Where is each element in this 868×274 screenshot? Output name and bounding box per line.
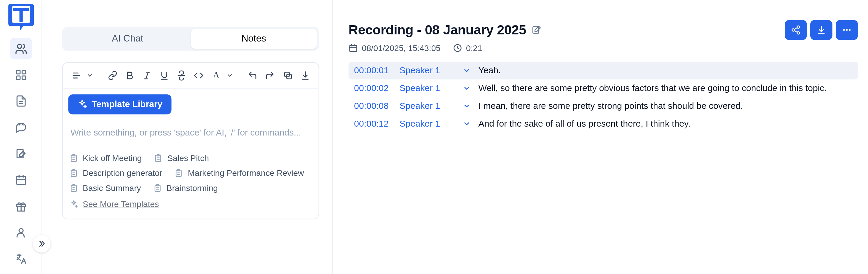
transcript-timestamp[interactable]: 00:00:12 [354,119,394,129]
transcript-text: I mean, there are some pretty strong poi… [478,101,852,111]
sidebar-item-document[interactable] [10,90,32,112]
svg-line-54 [795,28,798,29]
sidebar-item-chat[interactable] [10,117,32,139]
tab-notes[interactable]: Notes [191,29,317,49]
link-button[interactable] [105,67,121,84]
svg-rect-2 [16,70,20,74]
sidebar-item-translate[interactable] [10,248,32,270]
text-color-chevron-icon[interactable] [224,67,235,84]
transcript-line[interactable]: 00:00:01Speaker 1Yeah. [349,62,858,80]
app-logo [7,3,34,30]
download-notes-button[interactable] [297,67,313,84]
template-chip-label: Description generator [83,168,162,178]
svg-rect-5 [22,76,26,80]
paragraph-style-button[interactable] [68,67,85,84]
svg-point-58 [849,29,851,31]
transcript-line[interactable]: 00:00:08Speaker 1I mean, there are some … [349,97,858,115]
svg-line-55 [795,31,798,32]
template-library-label: Template Library [92,99,162,110]
more-actions-button[interactable] [836,20,858,40]
editor-body[interactable]: Template Library Write something, or pre… [63,89,319,218]
transcript-timestamp[interactable]: 00:00:01 [354,65,394,75]
notes-editor: A Template Library Write something, or p… [62,62,319,219]
template-library-button[interactable]: Template Library [68,94,172,114]
template-chip[interactable]: Sales Pitch [154,153,209,163]
transcript-timestamp[interactable]: 00:00:08 [354,101,394,111]
tab-ai-chat[interactable]: AI Chat [64,29,191,49]
clock-icon [453,43,462,53]
undo-button[interactable] [244,67,260,84]
template-chip-label: Marketing Performance Review [188,168,304,178]
speaker-chevron-icon[interactable] [461,85,473,92]
edit-title-button[interactable] [532,25,542,35]
transcript-panel: Recording - 08 January 2025 08/01/2025, … [333,0,868,274]
recording-datetime: 08/01/2025, 15:43:05 [362,43,440,53]
code-button[interactable] [191,67,207,84]
sidebar-item-user[interactable] [10,221,32,243]
copy-button[interactable] [280,67,296,84]
svg-rect-59 [350,45,357,52]
transcript-speaker[interactable]: Speaker 1 [400,83,455,93]
transcript-text: Well, so there are some pretty obvious f… [478,83,852,93]
transcript: 00:00:01Speaker 1Yeah.00:00:02Speaker 1W… [349,62,858,133]
paragraph-style-chevron-icon[interactable] [85,67,95,84]
template-chip-label: Sales Pitch [167,153,209,163]
transcript-line[interactable]: 00:00:02Speaker 1Well, so there are some… [349,80,858,97]
sidebar-expand-button[interactable] [33,235,51,253]
recording-duration: 0:21 [466,43,482,53]
transcript-timestamp[interactable]: 00:00:02 [354,83,394,93]
sidebar-item-dashboard[interactable] [10,64,32,86]
svg-rect-3 [22,70,26,74]
template-chips: Kick off MeetingSales PitchDescription g… [68,153,313,211]
transcript-speaker[interactable]: Speaker 1 [400,119,455,129]
template-chip[interactable]: Kick off Meeting [69,153,142,163]
sidebar [0,0,42,274]
notes-panel: AI Chat Notes [42,0,333,274]
template-chip[interactable]: Marketing Performance Review [175,168,304,178]
template-chip-label: Basic Summary [83,183,141,193]
editor-placeholder: Write something, or press 'space' for AI… [68,128,313,138]
svg-point-1 [17,44,21,48]
strikethrough-button[interactable] [174,67,189,84]
see-more-templates-link[interactable]: See More Templates [69,199,159,209]
share-button[interactable] [785,20,807,40]
recording-meta: 08/01/2025, 15:43:05 0:21 [349,43,858,53]
download-button[interactable] [810,20,832,40]
editor-toolbar: A [63,63,319,89]
template-chip[interactable]: Brainstorming [153,183,218,193]
panel-tabs: AI Chat Notes [62,27,319,51]
svg-rect-4 [16,76,20,80]
transcript-text: And for the sake of all of us present th… [478,119,852,129]
italic-button[interactable] [139,67,155,84]
underline-button[interactable] [156,67,172,84]
svg-point-57 [846,29,848,31]
see-more-templates-label: See More Templates [83,199,159,209]
transcript-text: Yeah. [478,65,852,75]
svg-point-56 [843,29,845,31]
sidebar-item-calendar[interactable] [10,169,32,191]
svg-line-21 [146,72,148,79]
recording-title: Recording - 08 January 2025 [349,22,526,38]
text-color-button[interactable]: A [208,67,224,84]
template-chip[interactable]: Basic Summary [69,183,141,193]
sparkle-icon [69,200,78,209]
transcript-line[interactable]: 00:00:12Speaker 1And for the sake of all… [349,115,858,133]
speaker-chevron-icon[interactable] [461,102,473,110]
speaker-chevron-icon[interactable] [461,67,473,74]
template-chip-label: Kick off Meeting [83,153,142,163]
redo-button[interactable] [261,67,277,84]
speaker-chevron-icon[interactable] [461,120,473,127]
template-chip[interactable]: Description generator [69,168,162,178]
calendar-icon [349,43,358,53]
sparkle-icon [77,99,87,110]
sidebar-item-people[interactable] [10,38,32,60]
sidebar-item-gift[interactable] [10,195,32,217]
transcript-speaker[interactable]: Speaker 1 [400,101,455,111]
bold-button[interactable] [122,67,138,84]
template-chip-label: Brainstorming [166,183,218,193]
svg-point-15 [19,229,23,233]
transcript-speaker[interactable]: Speaker 1 [400,65,455,75]
sidebar-item-notes[interactable] [10,143,32,165]
svg-rect-8 [16,177,26,184]
